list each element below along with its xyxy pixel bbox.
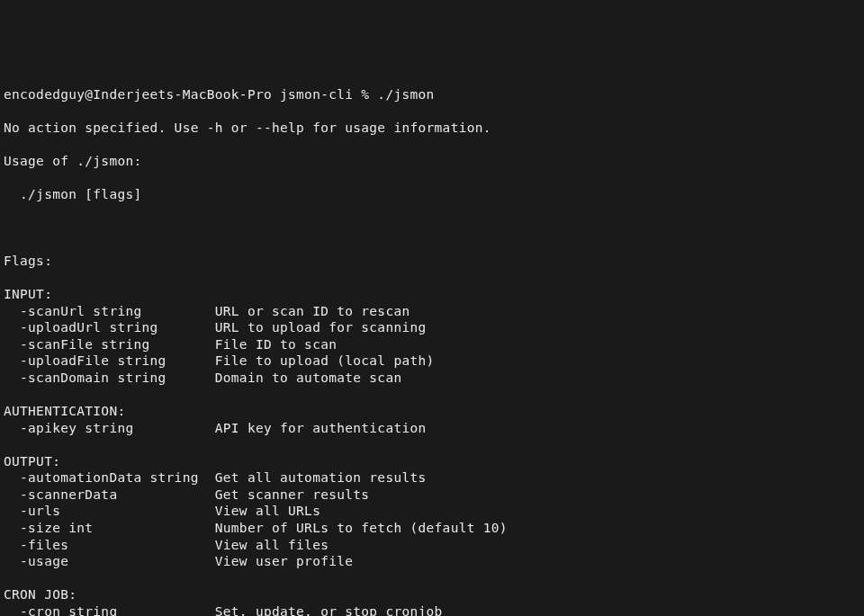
flag-row: -scanUrl string URL or scan ID to rescan bbox=[4, 303, 860, 320]
blank-line bbox=[4, 387, 860, 404]
sections-container: INPUT: -scanUrl string URL or scan ID to… bbox=[4, 286, 860, 616]
section-title: OUTPUT: bbox=[4, 453, 860, 470]
error-line: No action specified. Use -h or --help fo… bbox=[4, 120, 860, 137]
flag-row: -files View all files bbox=[4, 537, 860, 554]
flag-row: -usage View user profile bbox=[4, 553, 860, 570]
blank-line bbox=[4, 436, 860, 453]
flag-row: -scannerData Get scanner results bbox=[4, 487, 860, 504]
flag-row: -apikey string API key for authenticatio… bbox=[4, 420, 860, 437]
flag-row: -scanFile string File ID to scan bbox=[4, 336, 860, 353]
flag-row: -cron string Set, update, or stop cronjo… bbox=[4, 603, 860, 616]
flag-row: -scanDomain string Domain to automate sc… bbox=[4, 370, 860, 387]
flag-row: -urls View all URLs bbox=[4, 503, 860, 520]
flag-row: -size int Number of URLs to fetch (defau… bbox=[4, 520, 860, 537]
section-title: AUTHENTICATION: bbox=[4, 403, 860, 420]
flags-header: Flags: bbox=[4, 253, 860, 270]
section-title: INPUT: bbox=[4, 286, 860, 303]
flag-row: -automationData string Get all automatio… bbox=[4, 469, 860, 487]
usage-header: Usage of ./jsmon: bbox=[4, 153, 860, 170]
blank-line bbox=[4, 219, 860, 237]
flag-row: -uploadUrl string URL to upload for scan… bbox=[4, 319, 860, 336]
prompt-line: encodedguy@Inderjeets-MacBook-Pro jsmon-… bbox=[4, 86, 860, 103]
section-title: CRON JOB: bbox=[4, 586, 860, 603]
usage-command: ./jsmon [flags] bbox=[4, 186, 860, 203]
blank-line bbox=[4, 570, 860, 587]
terminal-output: encodedguy@Inderjeets-MacBook-Pro jsmon-… bbox=[4, 69, 860, 616]
flag-row: -uploadFile string File to upload (local… bbox=[4, 353, 860, 370]
